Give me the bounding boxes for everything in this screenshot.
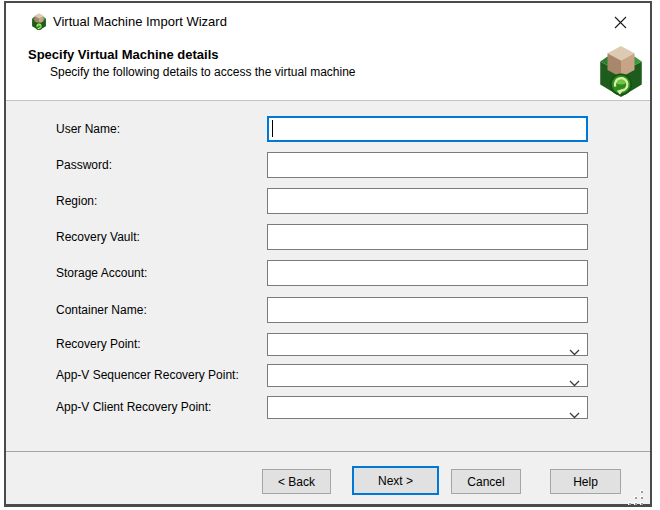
- recovery-vault-label: Recovery Vault:: [56, 224, 140, 250]
- cancel-button[interactable]: Cancel: [451, 469, 521, 494]
- storage-account-label: Storage Account:: [56, 260, 147, 286]
- wizard-dialog: Virtual Machine Import Wizard Specify Vi…: [4, 1, 652, 507]
- password-label: Password:: [56, 152, 112, 178]
- appv-sequencer-recovery-point-dropdown[interactable]: [267, 364, 588, 387]
- appv-client-recovery-point-dropdown[interactable]: [267, 396, 588, 419]
- app-icon: [30, 13, 48, 31]
- chevron-down-icon: [569, 405, 580, 423]
- back-button[interactable]: < Back: [262, 469, 331, 494]
- recovery-vault-input[interactable]: [267, 224, 588, 250]
- storage-account-input[interactable]: [267, 260, 588, 286]
- text-caret: [272, 120, 273, 137]
- user-name-input[interactable]: [267, 116, 588, 142]
- region-input[interactable]: [267, 188, 588, 214]
- footer-separator: [6, 451, 650, 452]
- page-subtitle: Specify the following details to access …: [50, 65, 356, 79]
- header-section: Virtual Machine Import Wizard Specify Vi…: [6, 3, 650, 101]
- recovery-point-dropdown[interactable]: [267, 333, 588, 356]
- password-input[interactable]: [267, 152, 588, 178]
- help-button[interactable]: Help: [550, 469, 621, 494]
- appv-sequencer-recovery-point-label: App-V Sequencer Recovery Point:: [56, 364, 239, 387]
- window-title: Virtual Machine Import Wizard: [53, 14, 227, 29]
- container-name-label: Container Name:: [56, 297, 147, 323]
- container-name-input[interactable]: [267, 297, 588, 323]
- close-button[interactable]: [602, 11, 638, 37]
- chevron-down-icon: [569, 373, 580, 391]
- region-label: Region:: [56, 188, 97, 214]
- chevron-down-icon: [569, 342, 580, 360]
- next-button[interactable]: Next >: [352, 466, 439, 495]
- appv-client-recovery-point-label: App-V Client Recovery Point:: [56, 396, 211, 419]
- recovery-point-label: Recovery Point:: [56, 333, 141, 356]
- page-title: Specify Virtual Machine details: [28, 47, 219, 62]
- vm-package-recovery-icon: [599, 45, 643, 99]
- resize-grip-icon[interactable]: [628, 490, 644, 505]
- close-icon: [614, 16, 627, 32]
- user-name-label: User Name:: [56, 116, 120, 142]
